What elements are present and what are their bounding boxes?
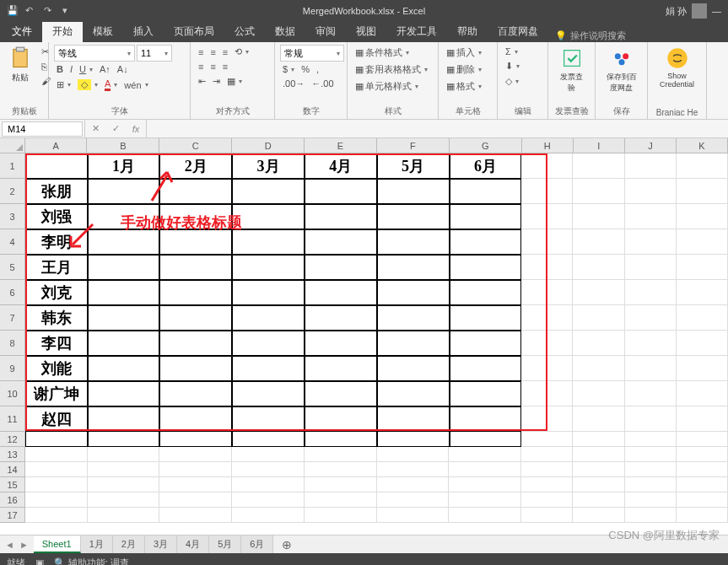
- decrease-font-button[interactable]: A↓: [115, 62, 131, 76]
- cancel-formula-button[interactable]: ✕: [85, 120, 105, 137]
- col-header-E[interactable]: E: [305, 138, 377, 153]
- cell-J10[interactable]: [625, 381, 677, 406]
- cell-A10[interactable]: 谢广坤: [25, 381, 88, 406]
- cell-F16[interactable]: [377, 492, 450, 508]
- cell-A12[interactable]: [25, 432, 88, 447]
- cell-C15[interactable]: [159, 477, 232, 492]
- cell-I13[interactable]: [573, 447, 624, 462]
- cell-H7[interactable]: [521, 305, 573, 331]
- row-header-17[interactable]: 17: [0, 508, 25, 523]
- cell-B1[interactable]: 1月: [88, 153, 160, 179]
- cell-D12[interactable]: [232, 432, 305, 447]
- cell-K7[interactable]: [677, 305, 728, 331]
- cell-J3[interactable]: [625, 204, 677, 229]
- show-credential-button[interactable]: Show Credential: [653, 45, 701, 90]
- cell-H17[interactable]: [521, 508, 573, 523]
- cell-D4[interactable]: [232, 229, 305, 255]
- cell-K10[interactable]: [677, 381, 728, 406]
- cell-K5[interactable]: [677, 255, 728, 280]
- cell-B9[interactable]: [88, 356, 160, 381]
- window-min-icon[interactable]: —: [712, 6, 721, 16]
- cell-A11[interactable]: 赵四: [25, 406, 88, 432]
- cell-D2[interactable]: [232, 179, 305, 204]
- row-header-7[interactable]: 7: [0, 305, 25, 331]
- col-header-A[interactable]: A: [25, 138, 87, 153]
- chevron-right-icon[interactable]: ►: [19, 540, 29, 550]
- cell-D15[interactable]: [232, 477, 305, 492]
- row-header-11[interactable]: 11: [0, 406, 25, 432]
- cell-C4[interactable]: [159, 229, 232, 255]
- sheet-tab-active[interactable]: Sheet1: [34, 536, 81, 553]
- cell-K1[interactable]: [677, 153, 728, 179]
- cell-E16[interactable]: [305, 492, 377, 508]
- insert-cells-button[interactable]: ▦ 插入▾: [444, 45, 484, 61]
- cell-F3[interactable]: [377, 204, 450, 229]
- cell-H2[interactable]: [521, 179, 573, 204]
- cell-K6[interactable]: [677, 280, 728, 305]
- cells[interactable]: 1月2月3月4月5月6月张朋刘强李明王月刘克韩东李四刘能谢广坤赵四: [25, 153, 728, 523]
- tab-insert[interactable]: 插入: [123, 21, 164, 42]
- col-header-J[interactable]: J: [625, 138, 677, 153]
- cell-C17[interactable]: [159, 508, 232, 523]
- row-header-8[interactable]: 8: [0, 331, 25, 356]
- cell-A3[interactable]: 刘强: [25, 204, 88, 229]
- align-right-button[interactable]: ≡: [220, 60, 230, 73]
- cell-B7[interactable]: [88, 305, 160, 331]
- cell-D17[interactable]: [232, 508, 305, 523]
- cell-E2[interactable]: [305, 179, 377, 204]
- border-button[interactable]: ⊞▾: [54, 78, 73, 92]
- cell-B14[interactable]: [88, 462, 160, 477]
- col-header-K[interactable]: K: [677, 138, 728, 153]
- cell-J15[interactable]: [625, 477, 677, 492]
- col-header-B[interactable]: B: [87, 138, 159, 153]
- cell-E1[interactable]: 4月: [305, 153, 377, 179]
- cell-H16[interactable]: [521, 492, 573, 508]
- cell-A17[interactable]: [25, 508, 88, 523]
- cell-A9[interactable]: 刘能: [25, 356, 88, 381]
- font-color-button[interactable]: A▾: [102, 77, 120, 93]
- cell-D1[interactable]: 3月: [232, 153, 305, 179]
- cell-H8[interactable]: [521, 331, 573, 356]
- cell-B13[interactable]: [88, 447, 160, 462]
- cell-K12[interactable]: [677, 432, 728, 447]
- cell-F5[interactable]: [377, 255, 450, 280]
- cell-F8[interactable]: [377, 331, 450, 356]
- redo-icon[interactable]: ↷: [44, 5, 56, 17]
- row-header-4[interactable]: 4: [0, 229, 25, 255]
- decrease-decimal-button[interactable]: ←.00: [309, 77, 336, 90]
- cell-B15[interactable]: [88, 477, 160, 492]
- cell-D8[interactable]: [232, 331, 305, 356]
- cell-G16[interactable]: [449, 492, 521, 508]
- cell-K13[interactable]: [677, 447, 728, 462]
- tab-formulas[interactable]: 公式: [224, 21, 265, 42]
- enter-formula-button[interactable]: ✓: [105, 120, 126, 137]
- select-all-corner[interactable]: [0, 138, 25, 153]
- cell-F13[interactable]: [377, 447, 450, 462]
- tab-data[interactable]: 数据: [265, 21, 305, 42]
- cell-A1[interactable]: [25, 153, 88, 179]
- cell-K8[interactable]: [677, 331, 728, 356]
- cell-E15[interactable]: [305, 477, 377, 492]
- cell-C16[interactable]: [159, 492, 232, 508]
- cell-E14[interactable]: [305, 462, 377, 477]
- cell-G9[interactable]: [450, 356, 522, 381]
- italic-button[interactable]: I: [67, 62, 75, 76]
- row-header-15[interactable]: 15: [0, 477, 25, 492]
- sheet-tab[interactable]: 2月: [113, 535, 145, 553]
- cell-F1[interactable]: 5月: [377, 153, 450, 179]
- cell-F10[interactable]: [377, 381, 450, 406]
- row-header-12[interactable]: 12: [0, 432, 25, 447]
- cell-K4[interactable]: [677, 229, 728, 255]
- increase-indent-button[interactable]: ⇥: [210, 74, 223, 89]
- cell-F6[interactable]: [377, 280, 450, 305]
- cell-G6[interactable]: [450, 280, 522, 305]
- col-header-G[interactable]: G: [450, 138, 522, 153]
- merge-cells-button[interactable]: ▦▾: [224, 74, 245, 89]
- user-area[interactable]: 娟 孙 —: [666, 3, 728, 19]
- cell-I12[interactable]: [573, 432, 624, 447]
- cell-B2[interactable]: [88, 179, 160, 204]
- cell-J17[interactable]: [625, 508, 677, 523]
- cell-J4[interactable]: [625, 229, 677, 255]
- cell-G10[interactable]: [450, 381, 522, 406]
- cell-K11[interactable]: [677, 406, 728, 432]
